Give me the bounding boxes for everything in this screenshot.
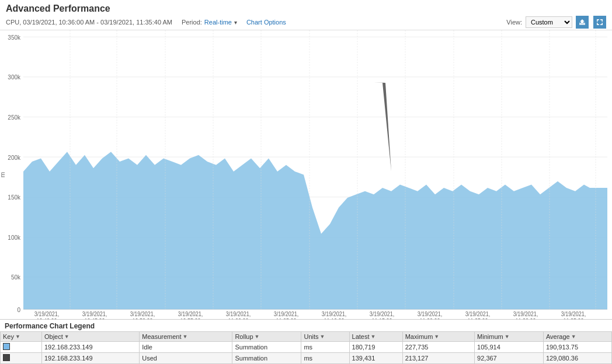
svg-rect-4 (597, 19, 598, 22)
table-row: 192.168.233.149 Used Summation ms 139,43… (1, 353, 612, 364)
col-rollup: Rollup ▼ (232, 332, 301, 342)
svg-text:11:00:00: 11:00:00 (228, 317, 249, 319)
svg-text:10:50:00: 10:50:00 (133, 317, 153, 319)
chart-area: 350k 300k 250k 200k 150k 100k 50k 0 m (0, 30, 612, 319)
svg-text:350k: 350k (8, 33, 20, 41)
average-cell: 190,913.75 (543, 342, 611, 353)
maximum-filter-icon[interactable]: ▼ (434, 334, 439, 340)
svg-text:3/19/2021,: 3/19/2021, (513, 311, 538, 318)
col-latest: Latest ▼ (349, 332, 402, 342)
svg-text:0: 0 (17, 306, 20, 313)
maximum-cell: 227,735 (402, 342, 474, 353)
svg-text:3/19/2021,: 3/19/2021, (82, 311, 107, 318)
svg-text:11:35:00: 11:35:00 (564, 317, 584, 319)
view-label: View: (506, 19, 522, 26)
col-maximum: Maximum ▼ (402, 332, 474, 342)
svg-text:3/19/2021,: 3/19/2021, (130, 311, 155, 318)
average-filter-icon[interactable]: ▼ (571, 334, 576, 340)
view-select[interactable]: Custom (526, 16, 572, 28)
key-swatch (3, 343, 10, 350)
object-cell: 192.168.233.149 (42, 342, 140, 353)
svg-text:3/19/2021,: 3/19/2021, (561, 311, 586, 318)
svg-text:10:55:00: 10:55:00 (180, 317, 201, 319)
performance-chart: 350k 300k 250k 200k 150k 100k 50k 0 m (0, 30, 612, 319)
svg-text:3/19/2021,: 3/19/2021, (465, 311, 490, 318)
svg-text:11:15:00: 11:15:00 (372, 317, 392, 319)
key-cell (1, 353, 42, 364)
units-cell: ms (301, 342, 349, 353)
units-filter-icon[interactable]: ▼ (320, 334, 325, 340)
svg-text:3/19/2021,: 3/19/2021, (226, 311, 251, 318)
col-minimum: Minimum ▼ (475, 332, 544, 342)
minimum-filter-icon[interactable]: ▼ (505, 334, 510, 340)
svg-text:10:45:00: 10:45:00 (85, 317, 105, 319)
svg-text:11:05:00: 11:05:00 (276, 317, 297, 319)
units-cell: ms (301, 353, 349, 364)
svg-text:3/19/2021,: 3/19/2021, (34, 311, 59, 318)
svg-text:3/19/2021,: 3/19/2021, (322, 311, 346, 318)
object-cell: 192.168.233.149 (42, 353, 140, 364)
key-cell (1, 342, 42, 353)
chart-legend: Performance Chart Legend Key ▼ Object ▼ (0, 319, 612, 364)
latest-filter-icon[interactable]: ▼ (371, 334, 376, 340)
minimum-cell: 92,367 (475, 353, 544, 364)
latest-cell: 180,719 (349, 342, 402, 353)
svg-text:300k: 300k (8, 74, 20, 81)
rollup-filter-icon[interactable]: ▼ (255, 334, 260, 340)
svg-text:m: m (0, 172, 6, 178)
measurement-cell: Idle (140, 342, 232, 353)
latest-cell: 139,431 (349, 353, 402, 364)
chart-subtitle: CPU, 03/19/2021, 10:36:00 AM - 03/19/202… (6, 19, 172, 26)
svg-text:250k: 250k (8, 113, 20, 121)
svg-rect-8 (597, 23, 598, 25)
svg-text:11:30:00: 11:30:00 (516, 317, 536, 319)
svg-text:10:40:00: 10:40:00 (37, 317, 57, 319)
svg-rect-0 (579, 23, 585, 24)
svg-text:3/19/2021,: 3/19/2021, (274, 311, 298, 318)
export-icon (578, 18, 586, 26)
svg-rect-6 (602, 19, 603, 22)
key-filter-icon[interactable]: ▼ (15, 334, 20, 340)
chart-options-link[interactable]: Chart Options (246, 19, 286, 26)
object-filter-icon[interactable]: ▼ (64, 334, 69, 340)
svg-text:3/19/2021,: 3/19/2021, (418, 311, 442, 318)
legend-rows: 192.168.233.149 Idle Summation ms 180,71… (1, 342, 612, 364)
col-key: Key ▼ (1, 332, 42, 342)
legend-table: Key ▼ Object ▼ Measurement ▼ (0, 331, 612, 364)
col-units: Units ▼ (301, 332, 349, 342)
fullscreen-icon (596, 18, 604, 26)
minimum-cell: 105,914 (475, 342, 544, 353)
rollup-cell: Summation (232, 342, 301, 353)
period-dropdown-icon[interactable]: ▾ (234, 19, 237, 26)
svg-marker-29 (23, 152, 607, 309)
maximum-cell: 213,127 (402, 353, 474, 364)
average-cell: 129,080.36 (543, 353, 611, 364)
table-row: 192.168.233.149 Idle Summation ms 180,71… (1, 342, 612, 353)
svg-text:150k: 150k (8, 194, 20, 201)
svg-text:11:25:00: 11:25:00 (468, 317, 488, 319)
svg-text:50k: 50k (11, 274, 21, 281)
col-measurement: Measurement ▼ (140, 332, 232, 342)
measurement-filter-icon[interactable]: ▼ (183, 334, 188, 340)
svg-text:100k: 100k (8, 233, 20, 241)
svg-rect-1 (579, 24, 585, 25)
svg-rect-10 (602, 23, 603, 25)
period-label: Period: (182, 19, 202, 26)
svg-text:11:20:00: 11:20:00 (420, 317, 440, 319)
legend-title: Performance Chart Legend (0, 320, 612, 331)
svg-text:3/19/2021,: 3/19/2021, (178, 311, 203, 318)
page-title: Advanced Performance (6, 4, 606, 14)
rollup-cell: Summation (232, 353, 301, 364)
export-icon-button[interactable] (576, 16, 589, 29)
col-object: Object ▼ (42, 332, 140, 342)
svg-text:200k: 200k (8, 153, 20, 161)
key-swatch (3, 354, 10, 361)
fullscreen-icon-button[interactable] (593, 16, 606, 29)
col-average: Average ▼ (543, 332, 611, 342)
svg-marker-2 (580, 19, 585, 23)
svg-text:3/19/2021,: 3/19/2021, (370, 311, 394, 318)
period-value[interactable]: Real-time (204, 19, 232, 26)
svg-text:11:10:00: 11:10:00 (324, 317, 345, 319)
measurement-cell: Used (140, 353, 232, 364)
